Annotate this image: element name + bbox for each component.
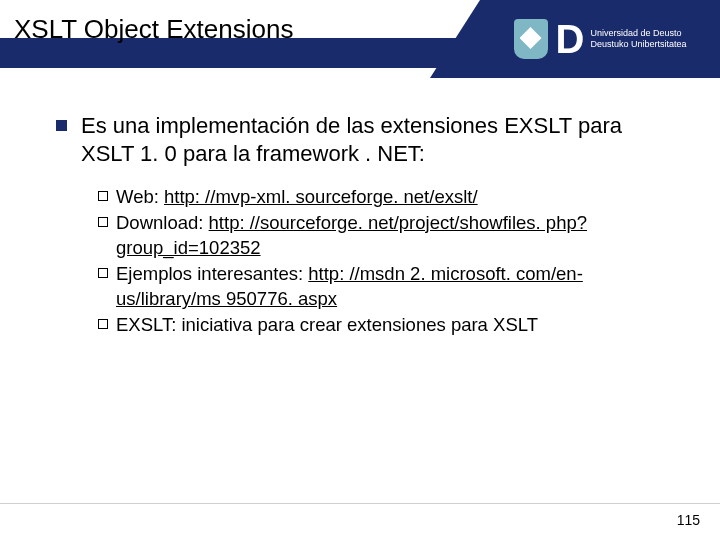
sub-prefix: Web: — [116, 186, 164, 207]
list-item: Download: http: //sourceforge. net/proje… — [98, 210, 680, 261]
hollow-bullet-icon — [98, 191, 108, 201]
list-item: Ejemplos interesantes: http: //msdn 2. m… — [98, 261, 680, 312]
list-item: Web: http: //mvp-xml. sourceforge. net/e… — [98, 184, 680, 210]
footer-divider — [0, 503, 720, 504]
sub-link[interactable]: http: //mvp-xml. sourceforge. net/exslt/ — [164, 186, 478, 207]
shield-icon — [514, 19, 548, 59]
square-bullet-icon — [56, 120, 67, 131]
list-item: EXSLT: iniciativa para crear extensiones… — [98, 312, 680, 338]
sub-prefix: Download: — [116, 212, 209, 233]
logo-letter: D — [556, 19, 585, 59]
sub-prefix: Ejemplos interesantes: — [116, 263, 308, 284]
hollow-bullet-icon — [98, 268, 108, 278]
hollow-bullet-icon — [98, 217, 108, 227]
slide-title: XSLT Object Extensions — [14, 14, 293, 45]
sub-prefix: EXSLT: iniciativa para crear extensiones… — [116, 314, 538, 335]
university-line2: Deustuko Unibertsitatea — [590, 39, 686, 50]
sub-bullet-list: Web: http: //mvp-xml. sourceforge. net/e… — [56, 178, 680, 337]
hollow-bullet-icon — [98, 319, 108, 329]
slide-body: Es una implementación de las extensiones… — [0, 78, 720, 337]
university-name: Universidad de Deusto Deustuko Unibertsi… — [590, 28, 686, 51]
slide-header: XSLT Object Extensions D Universidad de … — [0, 0, 720, 78]
university-line1: Universidad de Deusto — [590, 28, 686, 39]
university-logo: D Universidad de Deusto Deustuko Unibert… — [480, 0, 720, 78]
main-bullet-text: Es una implementación de las extensiones… — [81, 112, 680, 168]
main-bullet: Es una implementación de las extensiones… — [56, 112, 680, 168]
page-number: 115 — [677, 512, 700, 528]
